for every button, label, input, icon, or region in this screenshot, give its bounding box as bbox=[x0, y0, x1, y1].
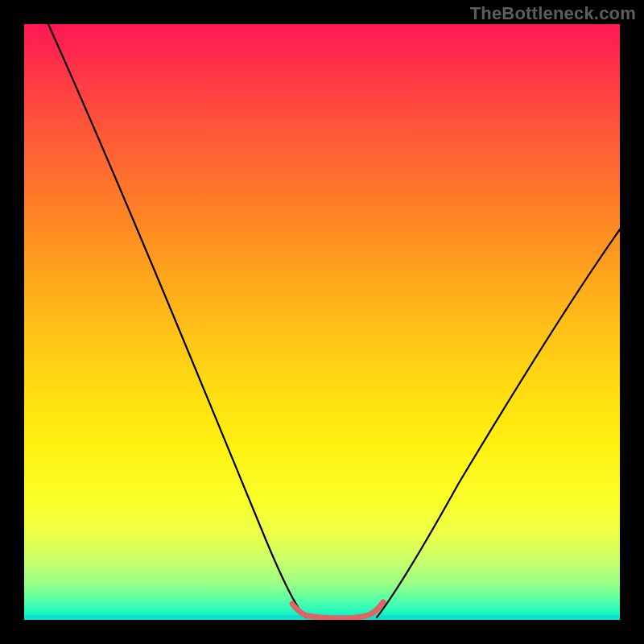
chart-frame: TheBottleneck.com bbox=[0, 0, 644, 644]
watermark-text: TheBottleneck.com bbox=[470, 3, 636, 24]
plot-area bbox=[24, 24, 620, 620]
left-branch-curve bbox=[48, 24, 306, 617]
valley-floor-marker bbox=[292, 602, 383, 618]
curve-layer bbox=[24, 24, 620, 620]
right-branch-curve bbox=[377, 229, 620, 617]
